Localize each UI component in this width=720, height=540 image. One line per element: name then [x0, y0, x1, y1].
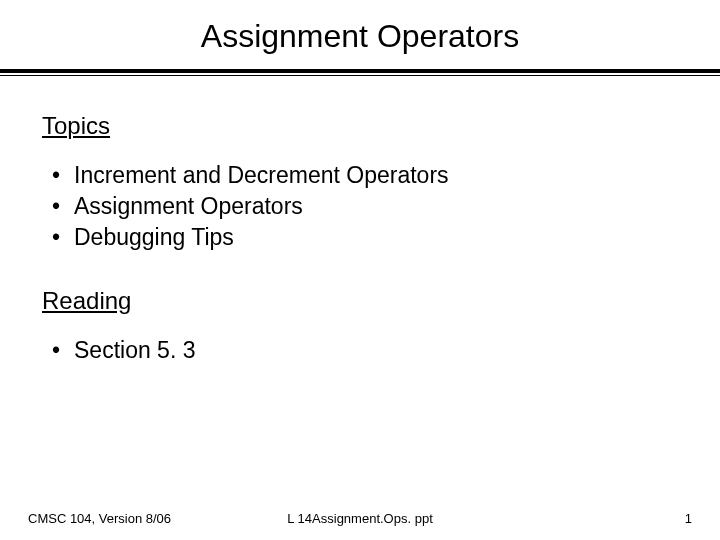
horizontal-rule [0, 69, 720, 76]
footer: CMSC 104, Version 8/06 L 14Assignment.Op… [0, 511, 720, 526]
slide-body: Topics Increment and Decrement Operators… [0, 76, 720, 366]
list-item: Section 5. 3 [52, 335, 678, 366]
footer-left: CMSC 104, Version 8/06 [28, 511, 171, 526]
section-heading-reading: Reading [42, 287, 678, 315]
slide: { "title": "Assignment Operators", "sect… [0, 0, 720, 540]
slide-title: Assignment Operators [0, 18, 720, 55]
topics-list: Increment and Decrement Operators Assign… [52, 160, 678, 253]
reading-list: Section 5. 3 [52, 335, 678, 366]
list-item: Assignment Operators [52, 191, 678, 222]
section-heading-topics: Topics [42, 112, 678, 140]
title-area: Assignment Operators [0, 0, 720, 55]
list-item: Debugging Tips [52, 222, 678, 253]
list-item: Increment and Decrement Operators [52, 160, 678, 191]
footer-page-number: 1 [685, 511, 692, 526]
